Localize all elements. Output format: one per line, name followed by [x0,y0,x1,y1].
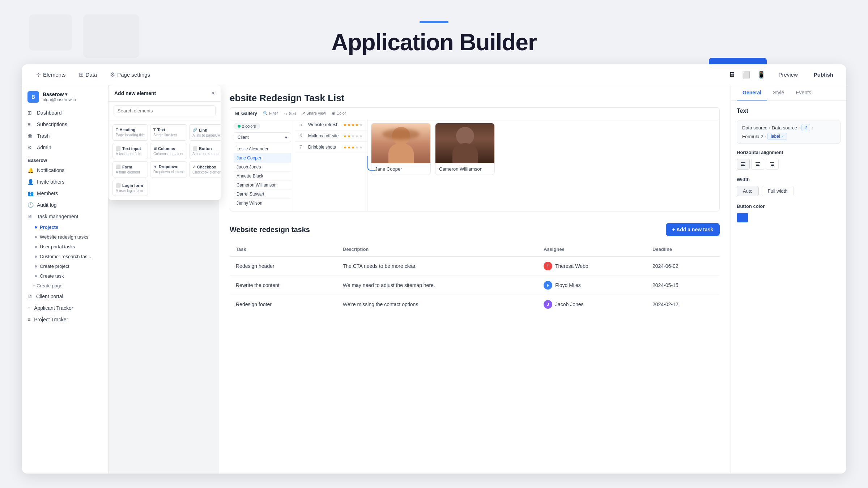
modal-close-button[interactable]: × [212,90,215,96]
client-item-jane[interactable]: Jane Cooper [234,154,291,163]
client-item-cameron-list[interactable]: Cameron Williamson [234,181,291,190]
sidebar-sub-customer-research[interactable]: Customer research tas... [22,252,108,261]
align-left-button[interactable] [737,159,750,170]
canvas-website: ebsite Redesign Task List ⊞ Gallery 🔍 Fi… [219,85,731,474]
element-link[interactable]: 🔗 Link A link to page/URL [189,124,221,141]
client-select[interactable]: Client ▾ [234,132,291,142]
tablet-icon[interactable]: ⬜ [741,69,752,80]
element-text-input[interactable]: ⬜ Text input A text input field [112,143,148,159]
user-area[interactable]: B Baserow ▾ olga@baserow.io [22,85,108,107]
task-name-3: Redesign footer [230,295,337,314]
app-window: ⊹ Elements ⊞ Data ⚙ Page settings 🖥 ⬜ 📱 … [22,64,846,474]
element-login-form[interactable]: ⬜ Login form A user login form [112,180,148,196]
element-heading[interactable]: T Heading Page heading title [112,124,148,141]
tab-general[interactable]: General [737,85,767,100]
color-swatch[interactable] [737,213,748,223]
data-rows-panel: 5 Website refresh ★ ★ ★ ★ ★ [295,119,367,211]
search-input[interactable] [114,105,216,116]
gallery-container: ⊞ Gallery 🔍 Filter ↑↓ Sort ↗ Share view … [230,107,720,211]
bg-decoration-2 [83,14,139,58]
device-switcher: 🖥 ⬜ 📱 [727,69,767,80]
align-center-button[interactable] [751,159,764,170]
row-num-6: 6 [299,133,305,138]
user-avatar: B [27,91,39,103]
element-form[interactable]: ⬜ Form A form element [112,161,148,177]
mobile-icon[interactable]: 📱 [756,69,767,80]
gallery-toolbar: ⊞ Gallery 🔍 Filter ↑↓ Sort ↗ Share view … [230,108,719,119]
tab-events[interactable]: Events [790,85,817,100]
client-item-leslie[interactable]: Leslie Alexander [234,145,291,154]
add-task-button[interactable]: + Add a new task [666,223,720,236]
sidebar-sub-projects[interactable]: Projects [22,222,108,232]
svg-rect-4 [756,164,759,164]
element-checkbox[interactable]: ✓ Checkbox Checkbox element [189,161,221,177]
audit-icon: 🕐 [27,202,33,208]
tab-page-settings[interactable]: ⚙ Page settings [104,68,156,81]
sidebar-item-audit-log[interactable]: 🕐 Audit log [22,199,108,211]
sidebar-sub-user-portal[interactable]: User portal tasks [22,242,108,252]
width-full-button[interactable]: Full width [762,186,794,196]
gallery-color-btn[interactable]: ◉ Color [332,111,346,116]
jane-body [388,143,414,163]
user-name: Baserow ▾ [43,91,102,97]
client-item-darrel[interactable]: Darrel Stewart [234,190,291,199]
avatar-jacob: J [544,300,552,309]
tab-data[interactable]: ⊞ Data [73,68,103,81]
ds-item-formula: Formula 2 [742,134,763,139]
ds-arrow-2: › [799,125,800,130]
sidebar-item-subscriptions[interactable]: ≡ Subscriptions [22,119,108,130]
sidebar-item-invite-others[interactable]: 👤 Invite others [22,176,108,188]
checkbox-icon: ✓ [192,164,196,169]
gallery-sort-btn[interactable]: ↑↓ Sort [284,111,296,116]
sidebar-sub-create-project[interactable]: Create project [22,261,108,271]
table-row: Rewrite the content We may need to adjus… [230,276,720,295]
tab-elements[interactable]: ⊹ Elements [30,68,72,81]
user-email: olga@baserow.io [43,97,102,102]
gallery-card-cameron[interactable]: Cameron Williamson [435,123,495,175]
tab-style[interactable]: Style [767,85,790,100]
sidebar-item-applicant-tracker[interactable]: ≡ Applicant Tracker [22,302,108,314]
bg-decoration-1 [29,14,72,51]
element-text[interactable]: T Text Single line text [150,124,187,141]
dropdown-icon: ▼ [153,164,157,169]
sidebar-item-project-tracker[interactable]: ≡ Project Tracker [22,314,108,325]
gallery-share-btn[interactable]: ↗ Share view [302,111,326,116]
align-right-button[interactable] [766,159,779,170]
align-right-icon [770,162,775,167]
sidebar-item-notifications[interactable]: 🔔 Notifications [22,164,108,176]
client-item-annette[interactable]: Annette Black [234,172,291,181]
gallery-filter-btn[interactable]: 🔍 Filter [263,111,278,116]
task-deadline-3: 2024-02-12 [647,295,719,314]
preview-button[interactable]: Preview [774,69,802,80]
sidebar-item-members[interactable]: 👥 Members [22,188,108,199]
avatar-theresa: T [544,262,552,270]
sidebar-item-task-management[interactable]: 🖥 Task management [22,211,108,222]
data-row-5: 5 Website refresh ★ ★ ★ ★ ★ [295,119,367,130]
columns-icon: ⊞ [153,146,157,151]
ds-chip-close[interactable]: × [782,134,784,138]
create-page-item[interactable]: + Create page [22,281,108,291]
sidebar-item-dashboard[interactable]: ⊞ Dashboard [22,107,108,119]
client-item-jacob[interactable]: Jacob Jones [234,163,291,172]
element-button[interactable]: ⬜ Button A button element [189,143,221,159]
ds-chip-label[interactable]: label × [767,133,787,140]
ds-chip-2[interactable]: 2 [801,124,810,131]
sidebar-item-client-portal[interactable]: 🖥 Client portal [22,291,108,302]
gallery-card-jane[interactable]: Jane Cooper [371,123,431,175]
main-content: B Baserow ▾ olga@baserow.io ⊞ Dashboard … [22,85,846,474]
sidebar-sub-website-redesign[interactable]: Website redesign tasks [22,232,108,242]
element-columns[interactable]: ⊞ Columns Columns container [150,143,187,159]
sidebar-item-admin[interactable]: ⚙ Admin [22,142,108,153]
color-section: Button color [737,204,841,223]
top-bar: ⊹ Elements ⊞ Data ⚙ Page settings 🖥 ⬜ 📱 … [22,64,846,85]
page-hero: Application Builder [331,29,537,56]
client-item-jenny[interactable]: Jenny Wilson [234,199,291,207]
star-7: ★ ★ ★ ★ ★ [343,145,363,150]
sidebar-sub-create-task[interactable]: Create task [22,271,108,281]
alignment-buttons [737,159,841,170]
width-auto-button[interactable]: Auto [737,186,759,196]
element-dropdown[interactable]: ▼ Dropdown Dropdown element [150,161,187,177]
desktop-icon[interactable]: 🖥 [727,69,736,80]
sidebar-item-trash[interactable]: 🗑 Trash [22,130,108,142]
publish-button[interactable]: Publish [809,69,838,80]
